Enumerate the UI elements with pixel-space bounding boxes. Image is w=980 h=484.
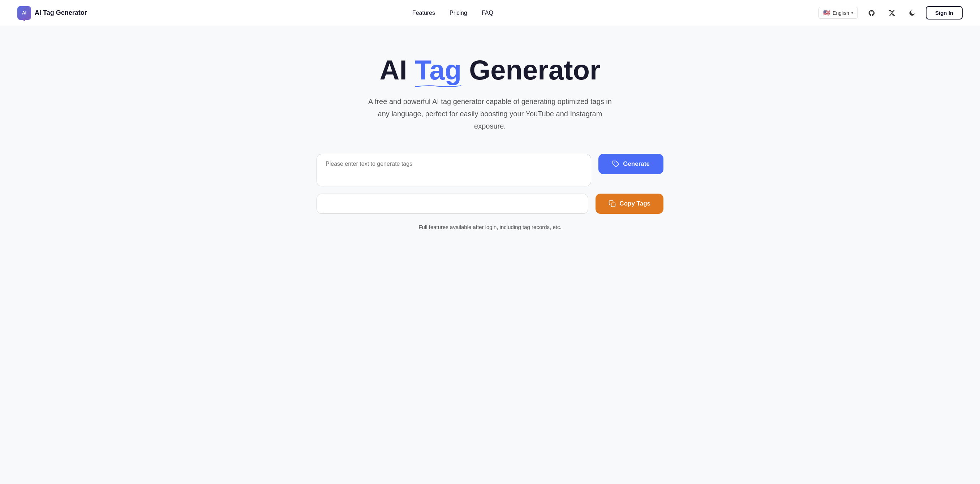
dark-mode-button[interactable] <box>905 6 919 19</box>
input-row-bottom: Copy Tags <box>317 194 663 214</box>
chevron-down-icon: ▾ <box>851 11 853 15</box>
title-part1: AI <box>380 54 415 85</box>
logo-icon: AI <box>18 6 31 20</box>
nav-faq-item[interactable]: FAQ <box>482 10 493 16</box>
nav-right: 🇺🇸 English ▾ Sign In <box>818 6 963 19</box>
language-label: English <box>832 10 849 16</box>
hero-title: AI Tag Generator <box>380 55 601 85</box>
github-icon-button[interactable] <box>865 6 878 19</box>
input-row-top: Generate <box>317 154 663 186</box>
generate-button[interactable]: Generate <box>598 154 663 174</box>
nav-pricing-item[interactable]: Pricing <box>450 10 467 16</box>
title-part2: Generator <box>461 54 600 85</box>
logo[interactable]: AI AI Tag Generator <box>18 6 87 20</box>
footer-note: Full features available after login, inc… <box>317 224 663 230</box>
hero-subtitle: A free and powerful AI tag generator cap… <box>367 95 613 132</box>
copy-label: Copy Tags <box>619 200 651 207</box>
title-highlight: Tag <box>415 55 461 85</box>
twitter-x-icon <box>888 10 896 17</box>
tag-icon <box>612 160 619 168</box>
nav-features-link[interactable]: Features <box>412 10 435 16</box>
logo-text: AI Tag Generator <box>35 9 87 17</box>
nav-faq-link[interactable]: FAQ <box>482 10 493 16</box>
nav-pricing-link[interactable]: Pricing <box>450 10 467 16</box>
nav-features-item[interactable]: Features <box>412 10 435 16</box>
copy-icon <box>609 200 616 207</box>
language-selector[interactable]: 🇺🇸 English ▾ <box>818 7 858 19</box>
navbar: AI AI Tag Generator Features Pricing FAQ… <box>0 0 980 26</box>
copy-tags-button[interactable]: Copy Tags <box>595 194 663 214</box>
main-content: AI Tag Generator A free and powerful AI … <box>0 26 980 252</box>
github-icon <box>868 10 875 17</box>
input-area: Generate Copy Tags Full features availab… <box>317 154 663 230</box>
svg-rect-1 <box>611 203 616 206</box>
tags-output[interactable] <box>317 194 588 214</box>
language-flag: 🇺🇸 <box>823 10 830 16</box>
signin-button[interactable]: Sign In <box>926 6 963 19</box>
twitter-x-icon-button[interactable] <box>885 6 898 19</box>
nav-links: Features Pricing FAQ <box>412 10 493 16</box>
generate-label: Generate <box>623 160 650 168</box>
tag-input[interactable] <box>317 154 591 186</box>
moon-icon <box>908 10 916 17</box>
